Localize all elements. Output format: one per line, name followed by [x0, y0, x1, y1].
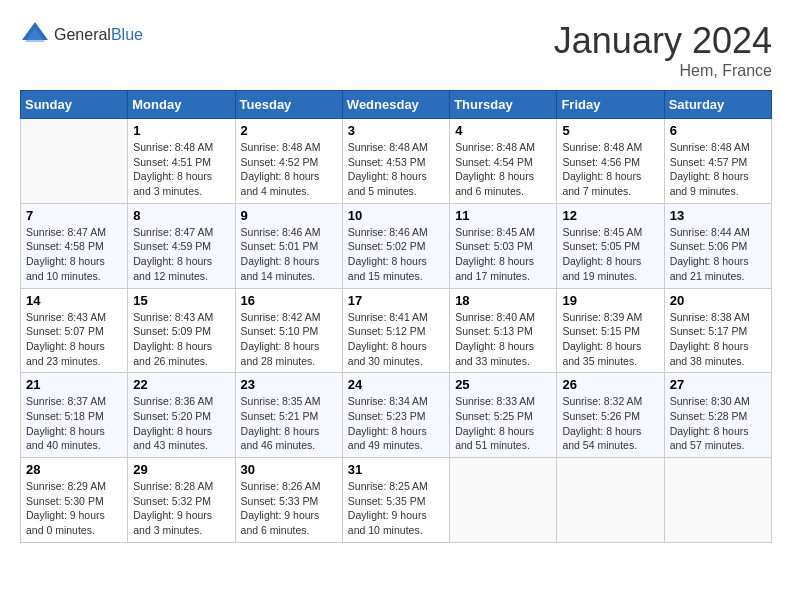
location-text: Hem, France [554, 62, 772, 80]
day-number: 25 [455, 377, 551, 392]
day-info: Sunrise: 8:35 AMSunset: 5:21 PMDaylight:… [241, 394, 337, 453]
logo-blue-text: Blue [111, 26, 143, 43]
day-number: 4 [455, 123, 551, 138]
day-info: Sunrise: 8:33 AMSunset: 5:25 PMDaylight:… [455, 394, 551, 453]
day-number: 23 [241, 377, 337, 392]
calendar-day-cell: 14Sunrise: 8:43 AMSunset: 5:07 PMDayligh… [21, 288, 128, 373]
calendar-day-cell: 23Sunrise: 8:35 AMSunset: 5:21 PMDayligh… [235, 373, 342, 458]
calendar-day-cell: 29Sunrise: 8:28 AMSunset: 5:32 PMDayligh… [128, 458, 235, 543]
calendar-day-cell: 22Sunrise: 8:36 AMSunset: 5:20 PMDayligh… [128, 373, 235, 458]
calendar-day-cell: 21Sunrise: 8:37 AMSunset: 5:18 PMDayligh… [21, 373, 128, 458]
day-number: 1 [133, 123, 229, 138]
day-info: Sunrise: 8:37 AMSunset: 5:18 PMDaylight:… [26, 394, 122, 453]
calendar-week-row: 28Sunrise: 8:29 AMSunset: 5:30 PMDayligh… [21, 458, 772, 543]
day-number: 15 [133, 293, 229, 308]
weekday-header: Wednesday [342, 91, 449, 119]
logo-general-text: General [54, 26, 111, 43]
day-info: Sunrise: 8:38 AMSunset: 5:17 PMDaylight:… [670, 310, 766, 369]
day-number: 16 [241, 293, 337, 308]
calendar-day-cell: 15Sunrise: 8:43 AMSunset: 5:09 PMDayligh… [128, 288, 235, 373]
day-info: Sunrise: 8:41 AMSunset: 5:12 PMDaylight:… [348, 310, 444, 369]
weekday-header: Saturday [664, 91, 771, 119]
day-number: 21 [26, 377, 122, 392]
calendar-day-cell [557, 458, 664, 543]
day-info: Sunrise: 8:45 AMSunset: 5:03 PMDaylight:… [455, 225, 551, 284]
day-info: Sunrise: 8:48 AMSunset: 4:56 PMDaylight:… [562, 140, 658, 199]
weekday-header: Sunday [21, 91, 128, 119]
day-number: 30 [241, 462, 337, 477]
day-number: 26 [562, 377, 658, 392]
day-info: Sunrise: 8:48 AMSunset: 4:51 PMDaylight:… [133, 140, 229, 199]
day-info: Sunrise: 8:44 AMSunset: 5:06 PMDaylight:… [670, 225, 766, 284]
calendar-day-cell: 6Sunrise: 8:48 AMSunset: 4:57 PMDaylight… [664, 119, 771, 204]
calendar-day-cell: 25Sunrise: 8:33 AMSunset: 5:25 PMDayligh… [450, 373, 557, 458]
day-number: 5 [562, 123, 658, 138]
day-number: 19 [562, 293, 658, 308]
calendar-day-cell: 30Sunrise: 8:26 AMSunset: 5:33 PMDayligh… [235, 458, 342, 543]
day-info: Sunrise: 8:36 AMSunset: 5:20 PMDaylight:… [133, 394, 229, 453]
day-number: 14 [26, 293, 122, 308]
calendar-day-cell: 5Sunrise: 8:48 AMSunset: 4:56 PMDaylight… [557, 119, 664, 204]
day-info: Sunrise: 8:40 AMSunset: 5:13 PMDaylight:… [455, 310, 551, 369]
calendar-day-cell: 12Sunrise: 8:45 AMSunset: 5:05 PMDayligh… [557, 203, 664, 288]
calendar-week-row: 7Sunrise: 8:47 AMSunset: 4:58 PMDaylight… [21, 203, 772, 288]
day-info: Sunrise: 8:48 AMSunset: 4:54 PMDaylight:… [455, 140, 551, 199]
day-info: Sunrise: 8:48 AMSunset: 4:52 PMDaylight:… [241, 140, 337, 199]
day-number: 24 [348, 377, 444, 392]
day-number: 18 [455, 293, 551, 308]
day-info: Sunrise: 8:47 AMSunset: 4:58 PMDaylight:… [26, 225, 122, 284]
day-number: 28 [26, 462, 122, 477]
logo-icon [20, 20, 50, 50]
calendar-day-cell [664, 458, 771, 543]
day-info: Sunrise: 8:29 AMSunset: 5:30 PMDaylight:… [26, 479, 122, 538]
day-info: Sunrise: 8:48 AMSunset: 4:57 PMDaylight:… [670, 140, 766, 199]
calendar-day-cell: 13Sunrise: 8:44 AMSunset: 5:06 PMDayligh… [664, 203, 771, 288]
calendar-day-cell: 27Sunrise: 8:30 AMSunset: 5:28 PMDayligh… [664, 373, 771, 458]
calendar-day-cell: 17Sunrise: 8:41 AMSunset: 5:12 PMDayligh… [342, 288, 449, 373]
day-info: Sunrise: 8:32 AMSunset: 5:26 PMDaylight:… [562, 394, 658, 453]
day-number: 17 [348, 293, 444, 308]
day-info: Sunrise: 8:45 AMSunset: 5:05 PMDaylight:… [562, 225, 658, 284]
calendar-day-cell: 19Sunrise: 8:39 AMSunset: 5:15 PMDayligh… [557, 288, 664, 373]
day-number: 13 [670, 208, 766, 223]
calendar-day-cell: 24Sunrise: 8:34 AMSunset: 5:23 PMDayligh… [342, 373, 449, 458]
calendar-day-cell: 31Sunrise: 8:25 AMSunset: 5:35 PMDayligh… [342, 458, 449, 543]
day-number: 11 [455, 208, 551, 223]
day-number: 22 [133, 377, 229, 392]
day-info: Sunrise: 8:46 AMSunset: 5:02 PMDaylight:… [348, 225, 444, 284]
calendar-day-cell: 11Sunrise: 8:45 AMSunset: 5:03 PMDayligh… [450, 203, 557, 288]
logo-text: GeneralBlue [54, 26, 143, 44]
weekday-header: Thursday [450, 91, 557, 119]
day-number: 29 [133, 462, 229, 477]
calendar-day-cell [450, 458, 557, 543]
day-info: Sunrise: 8:46 AMSunset: 5:01 PMDaylight:… [241, 225, 337, 284]
day-info: Sunrise: 8:30 AMSunset: 5:28 PMDaylight:… [670, 394, 766, 453]
logo: GeneralBlue [20, 20, 143, 50]
day-number: 2 [241, 123, 337, 138]
day-number: 7 [26, 208, 122, 223]
day-info: Sunrise: 8:43 AMSunset: 5:07 PMDaylight:… [26, 310, 122, 369]
day-info: Sunrise: 8:25 AMSunset: 5:35 PMDaylight:… [348, 479, 444, 538]
day-number: 12 [562, 208, 658, 223]
title-block: January 2024 Hem, France [554, 20, 772, 80]
day-number: 31 [348, 462, 444, 477]
day-number: 20 [670, 293, 766, 308]
day-number: 27 [670, 377, 766, 392]
calendar-day-cell: 16Sunrise: 8:42 AMSunset: 5:10 PMDayligh… [235, 288, 342, 373]
calendar-day-cell: 18Sunrise: 8:40 AMSunset: 5:13 PMDayligh… [450, 288, 557, 373]
calendar-day-cell: 28Sunrise: 8:29 AMSunset: 5:30 PMDayligh… [21, 458, 128, 543]
calendar-week-row: 21Sunrise: 8:37 AMSunset: 5:18 PMDayligh… [21, 373, 772, 458]
calendar-header-row: SundayMondayTuesdayWednesdayThursdayFrid… [21, 91, 772, 119]
calendar-day-cell: 1Sunrise: 8:48 AMSunset: 4:51 PMDaylight… [128, 119, 235, 204]
day-number: 9 [241, 208, 337, 223]
calendar-day-cell: 10Sunrise: 8:46 AMSunset: 5:02 PMDayligh… [342, 203, 449, 288]
calendar-day-cell: 20Sunrise: 8:38 AMSunset: 5:17 PMDayligh… [664, 288, 771, 373]
calendar-week-row: 1Sunrise: 8:48 AMSunset: 4:51 PMDaylight… [21, 119, 772, 204]
day-number: 8 [133, 208, 229, 223]
weekday-header: Tuesday [235, 91, 342, 119]
calendar-day-cell: 9Sunrise: 8:46 AMSunset: 5:01 PMDaylight… [235, 203, 342, 288]
day-info: Sunrise: 8:42 AMSunset: 5:10 PMDaylight:… [241, 310, 337, 369]
calendar-day-cell [21, 119, 128, 204]
day-info: Sunrise: 8:47 AMSunset: 4:59 PMDaylight:… [133, 225, 229, 284]
weekday-header: Friday [557, 91, 664, 119]
